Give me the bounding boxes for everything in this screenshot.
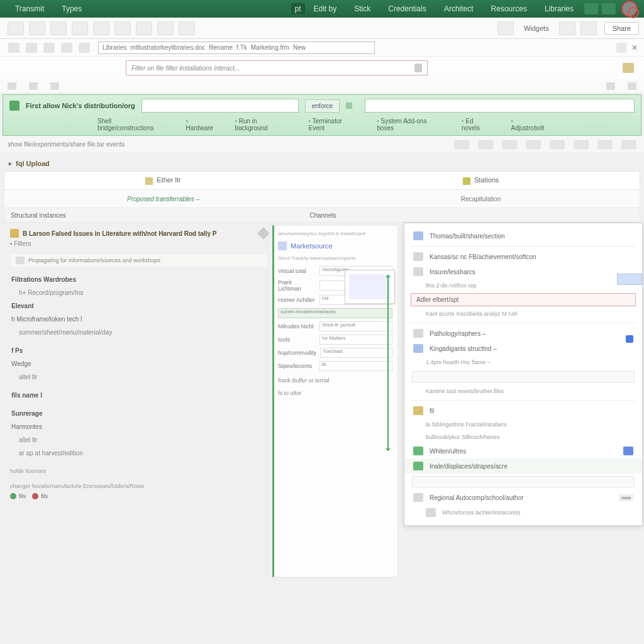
tab-ether[interactable]: Ether ltr — [4, 176, 322, 184]
qtab-0[interactable]: Shell bridge/constructions — [97, 118, 167, 131]
ribbon-btn-r3[interactable] — [580, 21, 597, 35]
ribbon-btn-9[interactable] — [179, 21, 195, 35]
menu-stick[interactable]: Stick — [345, 4, 379, 13]
li-g4-2[interactable]: altel ltr — [10, 434, 268, 446]
li-g1-3[interactable]: h Microframe/token tech l — [10, 313, 268, 325]
path-icon-refresh[interactable] — [61, 43, 72, 53]
li-g1-4[interactable]: summer/sheet/menu/material/day — [10, 326, 268, 338]
share-button[interactable]: Share — [604, 22, 639, 35]
tb-r1[interactable] — [606, 82, 615, 90]
ribbon-btn-8[interactable] — [157, 21, 174, 35]
ribbon-btn-r2[interactable] — [559, 21, 575, 35]
tag-icon[interactable] — [623, 63, 634, 73]
menu-architect[interactable]: Architect — [435, 4, 482, 13]
chip-green[interactable]: fils — [10, 493, 26, 499]
r-item-15[interactable]: Inale/displaces/strapes/acre — [404, 458, 642, 474]
history-icon[interactable] — [616, 43, 626, 53]
mini-thumb[interactable] — [617, 274, 642, 285]
r-input-9[interactable] — [412, 371, 635, 382]
li-g1-2[interactable]: Elevant — [10, 300, 268, 312]
r-item-11[interactable]: fil — [404, 403, 642, 418]
r-input-16[interactable] — [412, 476, 635, 487]
crumb-3[interactable]: f.Tk — [236, 44, 247, 51]
qtab-6[interactable]: Adjustrobolt — [511, 118, 547, 131]
fchip-8[interactable] — [621, 140, 636, 149]
menu-resources[interactable]: Resources — [482, 4, 536, 13]
crumb-1[interactable]: mtllustratorkeylibraries.doc — [130, 44, 205, 51]
ribbon-btn-4[interactable] — [72, 21, 88, 35]
subtab-recap[interactable]: Recapitulation — [322, 196, 640, 203]
close-icon[interactable]: ✕ — [630, 43, 639, 52]
fchip-3[interactable] — [502, 140, 517, 149]
hdr-structural[interactable]: Structural instances — [11, 212, 309, 219]
r-item-17[interactable]: Regional Autocomp/school/authornew — [404, 490, 642, 505]
query-enforce-button[interactable]: enforce — [305, 99, 340, 113]
path-icon-up[interactable] — [43, 43, 55, 53]
mr3-v[interactable]: subtle-hexadecimal/aces — [278, 308, 392, 318]
r-item-13[interactable]: bulbrook/pkor Silbcsch/henes — [404, 431, 642, 443]
section-upload[interactable]: fql Upload — [0, 153, 644, 171]
ribbon-btn-5[interactable] — [93, 21, 109, 35]
path-icon-fwd[interactable] — [26, 43, 37, 53]
mic-icon[interactable] — [414, 64, 422, 72]
r-item-5[interactable]: Kant ecorte Inscribe/ta analyz M Ash — [404, 308, 642, 320]
path-icon-home[interactable] — [79, 43, 90, 53]
menu-libraries[interactable]: Libraries — [536, 4, 582, 13]
r-item-6[interactable]: Pathology/raphers – — [404, 326, 642, 341]
li-g3-0[interactable]: fils name l — [10, 389, 268, 401]
r-item-7[interactable]: Kingadigants structlnd – — [404, 341, 642, 356]
path-icon-back[interactable] — [8, 43, 19, 53]
mr5-v[interactable]: tor Mullers — [319, 335, 392, 345]
tb-3[interactable] — [50, 82, 59, 90]
crumb-5[interactable]: New — [293, 44, 306, 51]
li-g2-0[interactable]: f Ps — [10, 345, 268, 357]
qtab-2[interactable]: Run in background — [235, 118, 289, 131]
qtab-4[interactable]: System Add-ons boxes — [377, 118, 443, 131]
fchip-2[interactable] — [478, 140, 493, 149]
crumb-2[interactable]: filename — [209, 44, 233, 51]
qtab-3[interactable]: Terminator Event — [308, 118, 358, 131]
qtab-5[interactable]: Ed novels — [462, 118, 492, 131]
mr6-v[interactable]: Toechast — [320, 348, 392, 358]
li-g2-1[interactable]: Wedge — [10, 358, 268, 370]
fchip-7[interactable] — [597, 140, 613, 149]
ribbon-btn-3[interactable] — [50, 21, 67, 35]
breadcrumb[interactable]: Libraries mtllustratorkeylibraries.doc f… — [98, 42, 375, 54]
qtab-1[interactable]: Hardware — [186, 118, 216, 131]
li-g4-1[interactable]: Harmontes — [10, 421, 268, 433]
query-input-1[interactable] — [142, 99, 299, 113]
r-item-3[interactable]: this 2-de Art/box rep — [404, 279, 642, 292]
r-item-2[interactable]: Insure/lessharcs — [404, 264, 642, 279]
r-item-0[interactable]: Thomas/built/share/section — [404, 228, 642, 243]
hdr-channels[interactable]: Channels — [309, 212, 336, 219]
tb-r2[interactable] — [628, 82, 636, 90]
query-input-2[interactable] — [365, 99, 635, 113]
li-g2-2[interactable]: altel ltr — [10, 371, 268, 383]
chip-red[interactable]: fils — [32, 493, 48, 499]
menu-icon-2[interactable] — [602, 3, 616, 14]
ribbon-btn-6[interactable] — [114, 21, 131, 35]
r-item-18[interactable]: Whcreforces lachter/intracorets — [404, 505, 642, 520]
tb-1[interactable] — [8, 82, 16, 90]
ribbon-btn-r1[interactable] — [497, 21, 514, 35]
r-item-12[interactable]: la Siblings/thris Fractal/intrafarrs — [404, 418, 642, 431]
mr4-v[interactable]: Shell ltr pursuit — [319, 321, 392, 331]
subtab-proposed[interactable]: Proposed transferrables – — [4, 196, 322, 203]
r-item-1[interactable]: Kansas/sc nc FB/achievement/softcon — [404, 249, 642, 264]
r-item-4[interactable]: Adler elbert/spt — [411, 293, 636, 306]
ribbon-btn-1[interactable] — [8, 21, 24, 35]
r-item-14[interactable]: Whiten/ultres — [404, 443, 642, 458]
ribbon-btn-2[interactable] — [29, 21, 45, 35]
account-avatar[interactable] — [621, 1, 638, 17]
pencil-icon[interactable] — [257, 227, 270, 240]
li-g1-1[interactable]: h+ Record/program/Ins — [10, 287, 268, 299]
menu-credentials[interactable]: Credentials — [379, 4, 435, 13]
fchip-5[interactable] — [550, 140, 565, 149]
fchip-6[interactable] — [574, 140, 589, 149]
menu-editby[interactable]: Edit by — [305, 4, 346, 13]
crumb-4[interactable]: Marketing.frm — [251, 44, 289, 51]
li-g1-0[interactable]: Filtrations Wardrobes — [10, 274, 268, 286]
tb-2[interactable] — [29, 82, 38, 90]
fchip-1[interactable] — [454, 140, 469, 149]
mr7-v[interactable]: fil. — [319, 361, 392, 371]
